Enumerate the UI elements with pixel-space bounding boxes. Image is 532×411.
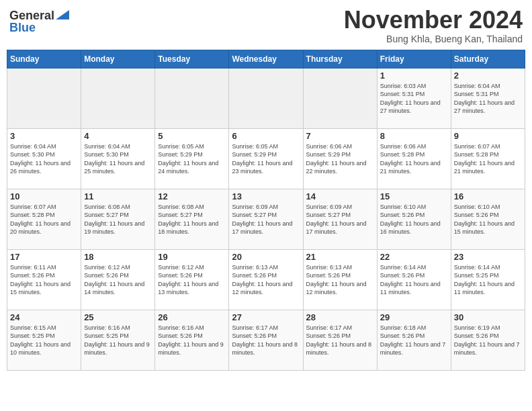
day-number: 16 [454, 191, 522, 201]
calendar-cell: 19Sunrise: 6:12 AM Sunset: 5:26 PM Dayli… [155, 249, 229, 310]
day-number: 30 [454, 312, 522, 322]
calendar-week-4: 17Sunrise: 6:11 AM Sunset: 5:26 PM Dayli… [7, 249, 525, 310]
calendar-cell: 15Sunrise: 6:10 AM Sunset: 5:26 PM Dayli… [377, 189, 451, 249]
svg-marker-0 [56, 10, 69, 19]
calendar-cell [81, 68, 155, 128]
day-number: 25 [84, 312, 152, 322]
day-number: 7 [306, 131, 374, 141]
day-info: Sunrise: 6:17 AM Sunset: 5:26 PM Dayligh… [306, 324, 374, 357]
calendar-cell: 16Sunrise: 6:10 AM Sunset: 5:26 PM Dayli… [451, 189, 525, 249]
weekday-header-tuesday: Tuesday [155, 50, 229, 68]
day-number: 29 [380, 312, 448, 322]
day-info: Sunrise: 6:13 AM Sunset: 5:26 PM Dayligh… [306, 263, 374, 297]
day-number: 2 [454, 71, 522, 81]
day-info: Sunrise: 6:06 AM Sunset: 5:28 PM Dayligh… [380, 142, 448, 176]
calendar-cell: 4Sunrise: 6:04 AM Sunset: 5:30 PM Daylig… [81, 128, 155, 189]
calendar-cell: 1Sunrise: 6:03 AM Sunset: 5:31 PM Daylig… [377, 68, 451, 128]
calendar-cell [7, 68, 81, 128]
day-info: Sunrise: 6:10 AM Sunset: 5:26 PM Dayligh… [454, 203, 522, 236]
calendar-cell: 23Sunrise: 6:14 AM Sunset: 5:25 PM Dayli… [451, 249, 525, 310]
day-info: Sunrise: 6:18 AM Sunset: 5:26 PM Dayligh… [380, 324, 448, 357]
calendar-cell: 20Sunrise: 6:13 AM Sunset: 5:26 PM Dayli… [229, 249, 303, 310]
calendar-cell [155, 68, 229, 128]
calendar-week-2: 3Sunrise: 6:04 AM Sunset: 5:30 PM Daylig… [7, 128, 525, 189]
month-title: November 2024 [344, 7, 523, 34]
calendar-week-3: 10Sunrise: 6:07 AM Sunset: 5:28 PM Dayli… [7, 189, 525, 249]
day-info: Sunrise: 6:04 AM Sunset: 5:30 PM Dayligh… [10, 142, 78, 176]
day-number: 10 [10, 191, 78, 201]
calendar-cell: 7Sunrise: 6:06 AM Sunset: 5:29 PM Daylig… [303, 128, 377, 189]
calendar-cell: 25Sunrise: 6:16 AM Sunset: 5:25 PM Dayli… [81, 310, 155, 370]
day-info: Sunrise: 6:08 AM Sunset: 5:27 PM Dayligh… [158, 203, 226, 236]
day-info: Sunrise: 6:07 AM Sunset: 5:28 PM Dayligh… [10, 203, 78, 236]
calendar-cell: 24Sunrise: 6:15 AM Sunset: 5:25 PM Dayli… [7, 310, 81, 370]
day-info: Sunrise: 6:09 AM Sunset: 5:27 PM Dayligh… [232, 203, 300, 236]
weekday-header-saturday: Saturday [451, 50, 525, 68]
day-number: 12 [158, 191, 226, 201]
day-info: Sunrise: 6:07 AM Sunset: 5:28 PM Dayligh… [454, 142, 522, 176]
calendar-cell: 10Sunrise: 6:07 AM Sunset: 5:28 PM Dayli… [7, 189, 81, 249]
day-info: Sunrise: 6:08 AM Sunset: 5:27 PM Dayligh… [84, 203, 152, 236]
weekday-header-row: SundayMondayTuesdayWednesdayThursdayFrid… [7, 50, 525, 68]
day-info: Sunrise: 6:05 AM Sunset: 5:29 PM Dayligh… [232, 142, 300, 176]
calendar-cell: 26Sunrise: 6:16 AM Sunset: 5:26 PM Dayli… [155, 310, 229, 370]
day-info: Sunrise: 6:10 AM Sunset: 5:26 PM Dayligh… [380, 203, 448, 236]
calendar-cell: 27Sunrise: 6:17 AM Sunset: 5:26 PM Dayli… [229, 310, 303, 370]
logo-blue-text: Blue [9, 21, 36, 34]
day-number: 9 [454, 131, 522, 141]
calendar-cell [303, 68, 377, 128]
day-number: 11 [84, 191, 152, 201]
day-number: 13 [232, 191, 300, 201]
day-info: Sunrise: 6:14 AM Sunset: 5:25 PM Dayligh… [454, 263, 522, 297]
day-number: 24 [10, 312, 78, 322]
day-info: Sunrise: 6:17 AM Sunset: 5:26 PM Dayligh… [232, 324, 300, 357]
day-number: 8 [380, 131, 448, 141]
weekday-header-monday: Monday [81, 50, 155, 68]
day-number: 20 [232, 252, 300, 262]
day-info: Sunrise: 6:06 AM Sunset: 5:29 PM Dayligh… [306, 142, 374, 176]
weekday-header-wednesday: Wednesday [229, 50, 303, 68]
day-info: Sunrise: 6:16 AM Sunset: 5:26 PM Dayligh… [158, 324, 226, 357]
calendar-cell: 12Sunrise: 6:08 AM Sunset: 5:27 PM Dayli… [155, 189, 229, 249]
calendar-cell: 9Sunrise: 6:07 AM Sunset: 5:28 PM Daylig… [451, 128, 525, 189]
calendar-cell [229, 68, 303, 128]
day-number: 17 [10, 252, 78, 262]
calendar-cell: 22Sunrise: 6:14 AM Sunset: 5:26 PM Dayli… [377, 249, 451, 310]
day-number: 22 [380, 252, 448, 262]
day-info: Sunrise: 6:12 AM Sunset: 5:26 PM Dayligh… [158, 263, 226, 297]
day-number: 14 [306, 191, 374, 201]
calendar-cell: 5Sunrise: 6:05 AM Sunset: 5:29 PM Daylig… [155, 128, 229, 189]
calendar-cell: 6Sunrise: 6:05 AM Sunset: 5:29 PM Daylig… [229, 128, 303, 189]
day-number: 15 [380, 191, 448, 201]
calendar-cell: 2Sunrise: 6:04 AM Sunset: 5:31 PM Daylig… [451, 68, 525, 128]
calendar-cell: 3Sunrise: 6:04 AM Sunset: 5:30 PM Daylig… [7, 128, 81, 189]
day-info: Sunrise: 6:14 AM Sunset: 5:26 PM Dayligh… [380, 263, 448, 297]
day-info: Sunrise: 6:15 AM Sunset: 5:25 PM Dayligh… [10, 324, 78, 357]
page-header: General Blue November 2024 Bung Khla, Bu… [7, 7, 525, 44]
title-block: November 2024 Bung Khla, Bueng Kan, Thai… [344, 7, 523, 44]
day-number: 4 [84, 131, 152, 141]
day-info: Sunrise: 6:13 AM Sunset: 5:26 PM Dayligh… [232, 263, 300, 297]
day-number: 26 [158, 312, 226, 322]
calendar-cell: 14Sunrise: 6:09 AM Sunset: 5:27 PM Dayli… [303, 189, 377, 249]
calendar-week-1: 1Sunrise: 6:03 AM Sunset: 5:31 PM Daylig… [7, 68, 525, 128]
day-number: 28 [306, 312, 374, 322]
day-number: 5 [158, 131, 226, 141]
day-info: Sunrise: 6:04 AM Sunset: 5:30 PM Dayligh… [84, 142, 152, 176]
day-number: 19 [158, 252, 226, 262]
calendar-cell: 13Sunrise: 6:09 AM Sunset: 5:27 PM Dayli… [229, 189, 303, 249]
day-info: Sunrise: 6:12 AM Sunset: 5:26 PM Dayligh… [84, 263, 152, 297]
day-info: Sunrise: 6:03 AM Sunset: 5:31 PM Dayligh… [380, 82, 448, 116]
calendar-table: SundayMondayTuesdayWednesdayThursdayFrid… [7, 50, 525, 371]
logo: General Blue [9, 9, 69, 34]
logo-icon [56, 10, 69, 19]
day-number: 1 [380, 71, 448, 81]
day-number: 21 [306, 252, 374, 262]
day-info: Sunrise: 6:11 AM Sunset: 5:26 PM Dayligh… [10, 263, 78, 297]
day-info: Sunrise: 6:04 AM Sunset: 5:31 PM Dayligh… [454, 82, 522, 116]
day-number: 18 [84, 252, 152, 262]
weekday-header-thursday: Thursday [303, 50, 377, 68]
calendar-cell: 21Sunrise: 6:13 AM Sunset: 5:26 PM Dayli… [303, 249, 377, 310]
day-number: 27 [232, 312, 300, 322]
logo-general-text: General [9, 9, 54, 21]
